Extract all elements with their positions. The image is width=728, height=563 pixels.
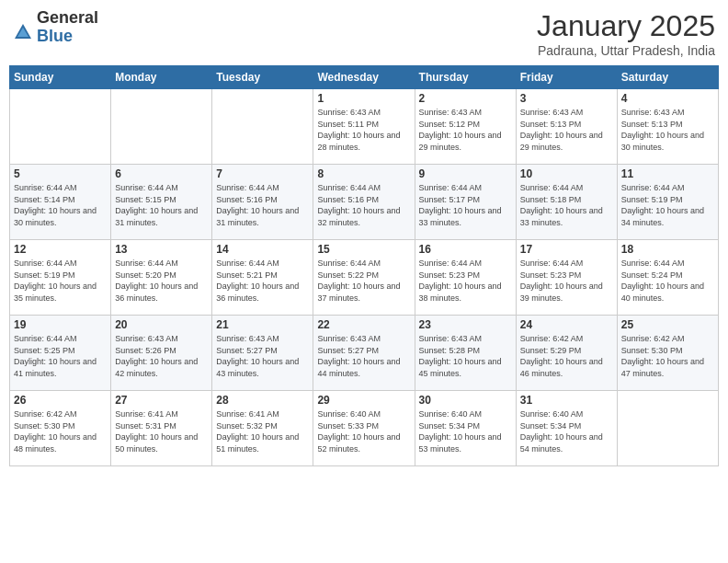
day-number: 31 <box>520 394 613 407</box>
table-row: 17Sunrise: 6:44 AM Sunset: 5:23 PM Dayli… <box>516 240 617 316</box>
calendar-week-row: 1Sunrise: 6:43 AM Sunset: 5:11 PM Daylig… <box>10 89 719 165</box>
day-number: 13 <box>115 243 208 256</box>
day-info: Sunrise: 6:43 AM Sunset: 5:27 PM Dayligh… <box>317 333 410 379</box>
logo-icon <box>13 22 33 42</box>
table-row: 2Sunrise: 6:43 AM Sunset: 5:12 PM Daylig… <box>415 89 516 165</box>
header: General Blue January 2025 Padrauna, Utta… <box>9 9 719 58</box>
table-row: 26Sunrise: 6:42 AM Sunset: 5:30 PM Dayli… <box>10 391 111 466</box>
day-info: Sunrise: 6:44 AM Sunset: 5:23 PM Dayligh… <box>419 258 512 304</box>
col-tuesday: Tuesday <box>212 66 313 89</box>
title-block: January 2025 Padrauna, Uttar Pradesh, In… <box>537 9 715 58</box>
table-row: 21Sunrise: 6:43 AM Sunset: 5:27 PM Dayli… <box>212 316 313 391</box>
table-row: 23Sunrise: 6:43 AM Sunset: 5:28 PM Dayli… <box>415 316 516 391</box>
day-number: 30 <box>419 394 512 407</box>
table-row: 7Sunrise: 6:44 AM Sunset: 5:16 PM Daylig… <box>212 165 313 240</box>
day-number: 16 <box>419 243 512 256</box>
month-title: January 2025 <box>537 9 715 43</box>
table-row: 4Sunrise: 6:43 AM Sunset: 5:13 PM Daylig… <box>617 89 718 165</box>
table-row: 13Sunrise: 6:44 AM Sunset: 5:20 PM Dayli… <box>111 240 212 316</box>
day-info: Sunrise: 6:43 AM Sunset: 5:28 PM Dayligh… <box>419 333 512 379</box>
table-row: 16Sunrise: 6:44 AM Sunset: 5:23 PM Dayli… <box>415 240 516 316</box>
day-number: 27 <box>115 394 208 407</box>
calendar: Sunday Monday Tuesday Wednesday Thursday… <box>9 65 719 466</box>
day-number: 23 <box>419 318 512 331</box>
table-row: 6Sunrise: 6:44 AM Sunset: 5:15 PM Daylig… <box>111 165 212 240</box>
day-info: Sunrise: 6:43 AM Sunset: 5:13 PM Dayligh… <box>621 107 714 153</box>
day-info: Sunrise: 6:40 AM Sunset: 5:33 PM Dayligh… <box>317 408 410 454</box>
day-number: 8 <box>317 167 410 180</box>
day-number: 29 <box>317 394 410 407</box>
day-info: Sunrise: 6:44 AM Sunset: 5:19 PM Dayligh… <box>14 258 107 304</box>
table-row: 1Sunrise: 6:43 AM Sunset: 5:11 PM Daylig… <box>313 89 415 165</box>
day-number: 2 <box>419 92 512 105</box>
logo-general-text: General <box>37 8 98 27</box>
table-row: 10Sunrise: 6:44 AM Sunset: 5:18 PM Dayli… <box>516 165 617 240</box>
col-wednesday: Wednesday <box>313 66 415 89</box>
day-number: 1 <box>317 92 410 105</box>
day-info: Sunrise: 6:42 AM Sunset: 5:30 PM Dayligh… <box>621 333 714 379</box>
calendar-week-row: 5Sunrise: 6:44 AM Sunset: 5:14 PM Daylig… <box>10 165 719 240</box>
day-info: Sunrise: 6:40 AM Sunset: 5:34 PM Dayligh… <box>419 408 512 454</box>
day-number: 28 <box>216 394 309 407</box>
day-info: Sunrise: 6:44 AM Sunset: 5:18 PM Dayligh… <box>520 182 613 228</box>
table-row: 9Sunrise: 6:44 AM Sunset: 5:17 PM Daylig… <box>415 165 516 240</box>
day-info: Sunrise: 6:44 AM Sunset: 5:17 PM Dayligh… <box>419 182 512 228</box>
table-row: 14Sunrise: 6:44 AM Sunset: 5:21 PM Dayli… <box>212 240 313 316</box>
day-info: Sunrise: 6:44 AM Sunset: 5:25 PM Dayligh… <box>14 333 107 379</box>
day-info: Sunrise: 6:44 AM Sunset: 5:16 PM Dayligh… <box>317 182 410 228</box>
day-info: Sunrise: 6:44 AM Sunset: 5:19 PM Dayligh… <box>621 182 714 228</box>
day-number: 19 <box>14 318 107 331</box>
day-info: Sunrise: 6:43 AM Sunset: 5:11 PM Dayligh… <box>317 107 410 153</box>
location-title: Padrauna, Uttar Pradesh, India <box>537 43 715 58</box>
day-info: Sunrise: 6:41 AM Sunset: 5:31 PM Dayligh… <box>115 408 208 454</box>
day-info: Sunrise: 6:43 AM Sunset: 5:27 PM Dayligh… <box>216 333 309 379</box>
day-number: 9 <box>419 167 512 180</box>
day-number: 5 <box>14 167 107 180</box>
table-row: 15Sunrise: 6:44 AM Sunset: 5:22 PM Dayli… <box>313 240 415 316</box>
day-info: Sunrise: 6:42 AM Sunset: 5:30 PM Dayligh… <box>14 408 107 454</box>
table-row: 28Sunrise: 6:41 AM Sunset: 5:32 PM Dayli… <box>212 391 313 466</box>
day-info: Sunrise: 6:44 AM Sunset: 5:22 PM Dayligh… <box>317 258 410 304</box>
day-number: 11 <box>621 167 714 180</box>
day-info: Sunrise: 6:44 AM Sunset: 5:16 PM Dayligh… <box>216 182 309 228</box>
page: General Blue January 2025 Padrauna, Utta… <box>0 0 728 563</box>
col-saturday: Saturday <box>617 66 718 89</box>
day-info: Sunrise: 6:44 AM Sunset: 5:23 PM Dayligh… <box>520 258 613 304</box>
day-number: 21 <box>216 318 309 331</box>
day-number: 10 <box>520 167 613 180</box>
day-number: 18 <box>621 243 714 256</box>
day-info: Sunrise: 6:40 AM Sunset: 5:34 PM Dayligh… <box>520 408 613 454</box>
day-number: 22 <box>317 318 410 331</box>
calendar-week-row: 26Sunrise: 6:42 AM Sunset: 5:30 PM Dayli… <box>10 391 719 466</box>
table-row <box>617 391 718 466</box>
calendar-week-row: 19Sunrise: 6:44 AM Sunset: 5:25 PM Dayli… <box>10 316 719 391</box>
table-row: 3Sunrise: 6:43 AM Sunset: 5:13 PM Daylig… <box>516 89 617 165</box>
table-row: 18Sunrise: 6:44 AM Sunset: 5:24 PM Dayli… <box>617 240 718 316</box>
table-row: 30Sunrise: 6:40 AM Sunset: 5:34 PM Dayli… <box>415 391 516 466</box>
day-info: Sunrise: 6:44 AM Sunset: 5:21 PM Dayligh… <box>216 258 309 304</box>
table-row: 22Sunrise: 6:43 AM Sunset: 5:27 PM Dayli… <box>313 316 415 391</box>
calendar-header-row: Sunday Monday Tuesday Wednesday Thursday… <box>10 66 719 89</box>
day-number: 12 <box>14 243 107 256</box>
table-row: 31Sunrise: 6:40 AM Sunset: 5:34 PM Dayli… <box>516 391 617 466</box>
day-number: 7 <box>216 167 309 180</box>
day-info: Sunrise: 6:43 AM Sunset: 5:12 PM Dayligh… <box>419 107 512 153</box>
col-thursday: Thursday <box>415 66 516 89</box>
day-info: Sunrise: 6:44 AM Sunset: 5:20 PM Dayligh… <box>115 258 208 304</box>
table-row: 27Sunrise: 6:41 AM Sunset: 5:31 PM Dayli… <box>111 391 212 466</box>
day-info: Sunrise: 6:44 AM Sunset: 5:24 PM Dayligh… <box>621 258 714 304</box>
table-row: 8Sunrise: 6:44 AM Sunset: 5:16 PM Daylig… <box>313 165 415 240</box>
table-row <box>10 89 111 165</box>
col-monday: Monday <box>111 66 212 89</box>
table-row: 19Sunrise: 6:44 AM Sunset: 5:25 PM Dayli… <box>10 316 111 391</box>
day-number: 24 <box>520 318 613 331</box>
day-number: 17 <box>520 243 613 256</box>
table-row: 29Sunrise: 6:40 AM Sunset: 5:33 PM Dayli… <box>313 391 415 466</box>
logo-blue-text: Blue <box>37 27 73 45</box>
table-row: 11Sunrise: 6:44 AM Sunset: 5:19 PM Dayli… <box>617 165 718 240</box>
table-row: 20Sunrise: 6:43 AM Sunset: 5:26 PM Dayli… <box>111 316 212 391</box>
table-row <box>212 89 313 165</box>
day-number: 3 <box>520 92 613 105</box>
day-number: 20 <box>115 318 208 331</box>
day-info: Sunrise: 6:44 AM Sunset: 5:14 PM Dayligh… <box>14 182 107 228</box>
